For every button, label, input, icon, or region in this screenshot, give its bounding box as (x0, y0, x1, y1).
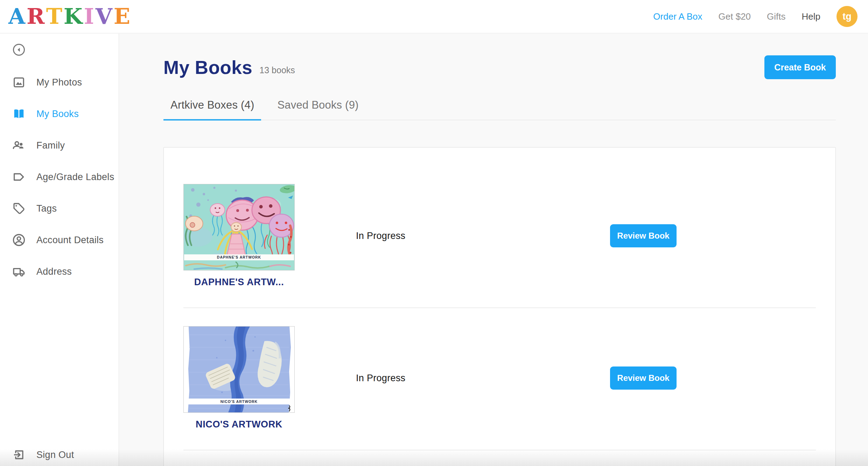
sign-out-icon (12, 448, 26, 462)
nav-link-help[interactable]: Help (802, 11, 820, 22)
collapse-icon (12, 43, 26, 57)
logo-letter: A (8, 6, 27, 27)
cover-art-blue-fabric: NICO'S ARTWORK (184, 327, 294, 412)
tag-icon (12, 201, 26, 215)
book-row (183, 450, 816, 466)
header-nav: Order A Box Get $20 Gifts Help tg (653, 6, 858, 27)
cover-band-label: DAPHNE'S ARTWORK (217, 255, 261, 259)
page-title: My Books (163, 57, 252, 78)
book-status: In Progress (356, 373, 610, 384)
page-header-row: My Books 13 books Create Book (163, 55, 836, 79)
sidebar: My Photos My Books Family Age/Grade Labe… (0, 34, 119, 466)
sidebar-item-tags[interactable]: Tags (0, 193, 119, 224)
cover-art-jellyfish: DAPHNE'S ARTWORK (184, 184, 294, 270)
logo-letter: V (96, 6, 114, 27)
book-title: NICO'S ARTWORK (196, 419, 282, 430)
books-icon (12, 107, 26, 121)
tab-artkive-boxes[interactable]: Artkive Boxes (4) (163, 99, 261, 120)
photos-icon (12, 75, 26, 89)
sidebar-item-label: Address (36, 266, 72, 277)
books-card: DAPHNE'S ARTWORK DAPHNE'S ARTW... In Pro… (163, 147, 836, 466)
logo-letter: I (84, 6, 96, 27)
book-title: DAPHNE'S ARTW... (194, 277, 284, 288)
review-book-button[interactable]: Review Book (610, 224, 677, 247)
logo-letter: R (27, 6, 46, 27)
sidebar-item-sign-out[interactable]: Sign Out (0, 439, 119, 466)
sidebar-item-label: Tags (36, 203, 57, 214)
top-header: ARTKIVE Order A Box Get $20 Gifts Help t… (0, 0, 868, 33)
logo-letter: K (64, 6, 84, 27)
sidebar-item-my-books[interactable]: My Books (0, 98, 119, 130)
cover-band-label: NICO'S ARTWORK (220, 400, 258, 404)
logo-letter: E (114, 6, 132, 27)
tabs: Artkive Boxes (4) Saved Books (9) (163, 99, 836, 120)
nav-link-order-a-box[interactable]: Order A Box (653, 11, 702, 22)
sidebar-item-label: My Photos (36, 77, 82, 88)
review-book-button[interactable]: Review Book (610, 366, 677, 390)
book-cover[interactable]: DAPHNE'S ARTWORK (183, 184, 295, 270)
sidebar-item-age-grade-labels[interactable]: Age/Grade Labels (0, 161, 119, 193)
main-content: My Books 13 books Create Book Artkive Bo… (119, 34, 868, 466)
book-status: In Progress (356, 231, 610, 241)
sidebar-item-family[interactable]: Family (0, 130, 119, 161)
books-count: 13 books (259, 65, 295, 75)
label-icon (12, 170, 26, 184)
sidebar-item-account-details[interactable]: Account Details (0, 224, 119, 256)
book-cover-block: DAPHNE'S ARTWORK DAPHNE'S ARTW... (183, 184, 295, 288)
sidebar-item-label: Age/Grade Labels (36, 172, 114, 183)
account-icon (12, 233, 26, 247)
book-cover-block: NICO'S ARTWORK NICO'S ARTWORK (183, 326, 295, 430)
book-row: NICO'S ARTWORK NICO'S ARTWORK In Progres… (183, 308, 816, 450)
avatar[interactable]: tg (836, 6, 858, 27)
book-cover[interactable]: NICO'S ARTWORK (183, 326, 295, 413)
book-row: DAPHNE'S ARTWORK DAPHNE'S ARTW... In Pro… (183, 166, 816, 308)
sidebar-item-label: Sign Out (36, 450, 74, 460)
nav-link-get-20[interactable]: Get $20 (719, 11, 751, 22)
sidebar-item-label: My Books (36, 109, 79, 119)
collapse-sidebar-button[interactable] (12, 43, 26, 57)
truck-icon (12, 265, 26, 279)
sidebar-item-address[interactable]: Address (0, 256, 119, 287)
logo-letter: T (46, 6, 64, 27)
sidebar-item-my-photos[interactable]: My Photos (0, 67, 119, 98)
sidebar-item-label: Family (36, 140, 65, 151)
family-icon (12, 138, 26, 152)
nav-link-gifts[interactable]: Gifts (767, 11, 785, 22)
artkive-logo[interactable]: ARTKIVE (8, 6, 132, 27)
create-book-button[interactable]: Create Book (764, 55, 836, 79)
tab-saved-books[interactable]: Saved Books (9) (270, 99, 365, 120)
sidebar-item-label: Account Details (36, 235, 104, 246)
sidebar-nav: My Photos My Books Family Age/Grade Labe… (0, 67, 119, 287)
